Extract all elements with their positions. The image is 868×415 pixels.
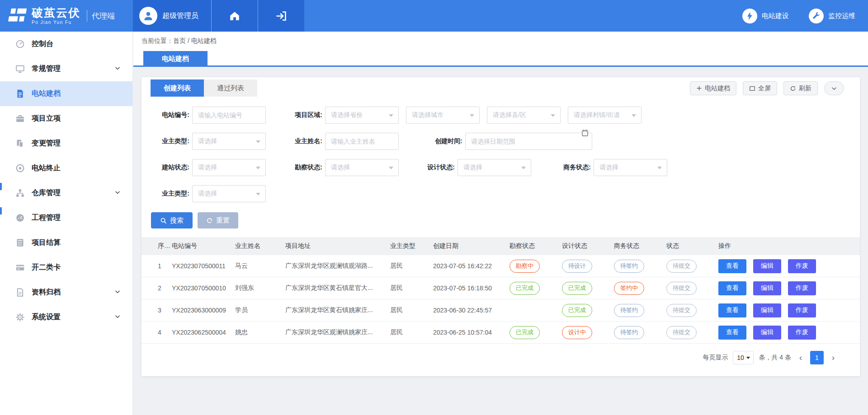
city-placeholder: 请选择城市 bbox=[412, 111, 443, 119]
status-badge: 待签约 bbox=[614, 326, 644, 339]
view-button[interactable]: 查看 bbox=[718, 259, 746, 273]
town-select[interactable]: 请选择村镇/街道 bbox=[568, 107, 642, 124]
void-button[interactable]: 作废 bbox=[788, 281, 816, 295]
search-label: 搜索 bbox=[170, 216, 184, 225]
prev-page-button[interactable]: ‹ bbox=[796, 351, 805, 364]
date-range-input[interactable] bbox=[471, 138, 586, 145]
chevron-down-icon bbox=[114, 189, 121, 197]
sidebar-item-engineering-mgmt[interactable]: 工程管理 bbox=[0, 205, 132, 230]
city-select[interactable]: 请选择城市 bbox=[406, 107, 480, 124]
town-placeholder: 请选择村镇/街道 bbox=[574, 111, 620, 119]
build-status-select[interactable]: 请选择 bbox=[192, 159, 266, 176]
gauge-icon bbox=[15, 213, 25, 223]
sidebar-item-system-settings[interactable]: 系统设置 bbox=[0, 305, 132, 330]
sidebar: 控制台 常规管理 电站建档 项目立项 变更管理 电站终止 仓库管理 工程管理 项… bbox=[0, 32, 133, 415]
nav-monitor-ops[interactable]: 监控运维 bbox=[809, 9, 855, 23]
per-page-select[interactable]: 10 bbox=[733, 351, 754, 364]
view-button[interactable]: 查看 bbox=[718, 326, 746, 340]
filter-label: 设计状态: bbox=[416, 163, 455, 172]
nav-station-build[interactable]: 电站建设 bbox=[742, 9, 789, 23]
reset-icon bbox=[206, 217, 213, 224]
nav-monitor-ops-label: 监控运维 bbox=[828, 12, 855, 20]
sidebar-item-label: 电站终止 bbox=[32, 163, 61, 173]
user-avatar-icon bbox=[139, 7, 157, 25]
filter-label: 电站编号: bbox=[151, 111, 189, 119]
agent-badge: 代理端 bbox=[87, 10, 115, 22]
void-button[interactable]: 作废 bbox=[788, 259, 816, 273]
status-badge: 待签约 bbox=[614, 260, 644, 273]
sidebar-item-general-mgmt[interactable]: 常规管理 bbox=[0, 56, 132, 81]
county-select[interactable]: 请选择县/区 bbox=[487, 107, 561, 124]
chevron-down-icon bbox=[114, 289, 121, 297]
reset-button[interactable]: 重置 bbox=[198, 212, 238, 228]
sidebar-item-station-termination[interactable]: 电站终止 bbox=[0, 156, 132, 181]
view-button[interactable]: 查看 bbox=[718, 281, 746, 295]
edit-button[interactable]: 编辑 bbox=[753, 281, 781, 295]
logout-icon bbox=[275, 10, 288, 22]
col-seq: 序号 bbox=[158, 242, 172, 250]
archive-icon bbox=[15, 288, 25, 298]
card-icon bbox=[15, 263, 25, 273]
per-page-label: 每页显示 bbox=[703, 354, 728, 362]
total-count-label: 条，共 4 条 bbox=[759, 354, 791, 362]
sidebar-item-project-settlement[interactable]: 项目结算 bbox=[0, 230, 132, 255]
survey-status-select[interactable]: 请选择 bbox=[325, 159, 399, 176]
next-page-button[interactable]: › bbox=[829, 351, 838, 364]
sidebar-item-label: 资料归档 bbox=[32, 288, 61, 297]
void-button[interactable]: 作废 bbox=[788, 303, 816, 317]
sidebar-item-warehouse-mgmt[interactable]: 仓库管理 bbox=[0, 181, 132, 205]
sidebar-item-console[interactable]: 控制台 bbox=[0, 32, 132, 56]
station-code-input[interactable] bbox=[198, 112, 260, 119]
content-header: 当前位置：首页 / 电站建档 电站建档 bbox=[133, 32, 868, 65]
sidebar-item-project-initiation[interactable]: 项目立项 bbox=[0, 106, 132, 131]
filter-label: 业主类型: bbox=[151, 190, 189, 198]
status-badge: 待设计 bbox=[562, 260, 592, 273]
filter-survey-status: 勘察状态: 请选择 bbox=[284, 159, 399, 176]
logout-button[interactable] bbox=[258, 0, 304, 32]
filter-label: 创建时间: bbox=[424, 137, 462, 145]
province-placeholder: 请选择省份 bbox=[331, 111, 363, 119]
design-status-select[interactable]: 请选择 bbox=[458, 159, 531, 176]
create-station-label: 电站建档 bbox=[705, 84, 730, 93]
logo-subtitle: Po Jian Yun Fu bbox=[32, 20, 80, 25]
fullscreen-icon bbox=[749, 85, 755, 92]
collapse-toolbar-button[interactable] bbox=[824, 81, 844, 95]
owner-type-select[interactable]: 请选择 bbox=[192, 133, 266, 150]
sidebar-item-label: 控制台 bbox=[32, 39, 53, 49]
sidebar-item-label: 变更管理 bbox=[32, 139, 61, 148]
sidebar-item-station-archive[interactable]: 电站建档 bbox=[0, 81, 132, 106]
breadcrumb-path: 首页 / 电站建档 bbox=[173, 37, 217, 44]
tab-passed-list[interactable]: 通过列表 bbox=[204, 79, 257, 97]
void-button[interactable]: 作废 bbox=[788, 326, 816, 340]
edit-button[interactable]: 编辑 bbox=[753, 303, 781, 317]
owner-name-input[interactable] bbox=[331, 138, 393, 145]
fullscreen-button[interactable]: 全屏 bbox=[743, 81, 777, 95]
edit-button[interactable]: 编辑 bbox=[753, 326, 781, 340]
filter-label: 项目区域: bbox=[284, 111, 322, 119]
copy-icon bbox=[15, 139, 25, 149]
sidebar-item-change-mgmt[interactable]: 变更管理 bbox=[0, 131, 132, 156]
search-button[interactable]: 搜索 bbox=[151, 212, 193, 228]
home-button[interactable] bbox=[212, 0, 258, 32]
refresh-button[interactable]: 刷新 bbox=[783, 81, 818, 95]
sidebar-item-class2-card[interactable]: 开二类卡 bbox=[0, 255, 132, 280]
main-panel: 创建列表 通过列表 电站建档 全屏 刷新 电站编号: 项目区域: 请选择省份 请… bbox=[142, 77, 860, 376]
province-select[interactable]: 请选择省份 bbox=[325, 107, 399, 124]
page-title-tab[interactable]: 电站建档 bbox=[143, 51, 208, 67]
user-menu[interactable]: 超级管理员 bbox=[133, 0, 211, 32]
owner-type-select-2[interactable]: 请选择 bbox=[192, 185, 266, 202]
page-number-1[interactable]: 1 bbox=[810, 351, 824, 364]
logo-mark-icon bbox=[7, 7, 28, 25]
sidebar-item-data-archive[interactable]: 资料归档 bbox=[0, 280, 132, 305]
tab-create-list[interactable]: 创建列表 bbox=[151, 79, 204, 97]
refresh-icon bbox=[790, 85, 796, 92]
business-status-select[interactable]: 请选择 bbox=[594, 159, 667, 176]
reset-label: 重置 bbox=[216, 216, 230, 225]
status-badge: 待提交 bbox=[666, 304, 697, 317]
col-type: 业主类型 bbox=[390, 242, 433, 250]
breadcrumb-prefix: 当前位置： bbox=[142, 37, 173, 44]
create-station-button[interactable]: 电站建档 bbox=[690, 81, 736, 95]
edit-button[interactable]: 编辑 bbox=[753, 259, 781, 273]
view-button[interactable]: 查看 bbox=[718, 303, 746, 317]
status-badge: 待签约 bbox=[614, 304, 644, 317]
